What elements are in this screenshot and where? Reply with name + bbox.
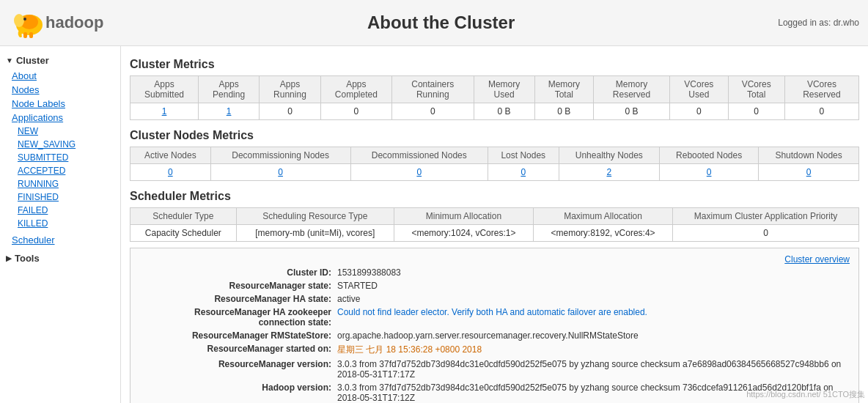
cluster-nodes-data-row: 0 0 0 0 2 0 0 [130,164,859,181]
info-row-hadoop-version: Hadoop version: 3.0.3 from 37fd7d752db73… [139,382,850,403]
svg-rect-4 [23,32,27,38]
sidebar-cluster-section: ▼ Cluster About Nodes Node Labels Applic… [0,52,120,230]
val-decommissioned-nodes: 0 [350,164,488,181]
val-apps-running: 0 [260,103,321,120]
col-apps-completed: Apps Completed [320,76,391,103]
sidebar-cluster-label: Cluster [16,55,49,66]
sidebar-subitem-killed[interactable]: KILLED [0,217,120,230]
val-decommissioning-nodes: 0 [210,164,350,181]
col-shutdown-nodes: Shutdown Nodes [759,147,859,164]
col-memory-used: Memory Used [474,76,534,103]
val-rm-state: STARTED [337,281,850,291]
logo-area: hadoop [9,4,104,41]
top-bar: hadoop About the Cluster Logged in as: d… [0,0,868,46]
cluster-overview-link-container: Cluster overview [139,254,850,265]
sidebar-item-applications[interactable]: Applications [0,111,120,125]
val-vcores-used: 0 [670,103,729,120]
val-active-nodes: 0 [130,164,211,181]
val-shutdown-nodes: 0 [759,164,859,181]
scheduler-header-row: Scheduler Type Scheduling Resource Type … [130,208,859,225]
cluster-metrics-title: Cluster Metrics [130,58,859,71]
sidebar-item-node-labels[interactable]: Node Labels [0,97,120,111]
cluster-nodes-header-row: Active Nodes Decommissioning Nodes Decom… [130,147,859,164]
sidebar-tools-section: ▶ Tools [0,250,120,267]
col-memory-total: Memory Total [534,76,593,103]
label-rm-state: ResourceManager state: [139,281,337,291]
sidebar-subitem-running[interactable]: RUNNING [0,177,120,191]
svg-text:hadoop: hadoop [45,13,103,32]
cluster-arrow-icon: ▼ [6,56,13,64]
label-zookeeper: ResourceManager HA zookeeperconnection s… [139,307,337,328]
label-started-on: ResourceManager started on: [139,344,337,354]
label-rmstatestore: ResourceManager RMStateStore: [139,330,337,341]
cluster-nodes-title: Cluster Nodes Metrics [130,129,859,142]
watermark: https://blog.csdn.net/ 51CTO搜集 [746,389,865,400]
sidebar-subitem-accepted[interactable]: ACCEPTED [0,164,120,177]
sidebar-scheduler-section: Scheduler [0,233,120,247]
info-row-rm-state: ResourceManager state: STARTED [139,281,850,291]
info-panel: Cluster overview Cluster ID: 15318993880… [130,248,859,403]
cluster-metrics-data-row: 1 1 0 0 0 0 B 0 B 0 B 0 0 0 [130,103,859,120]
col-decommissioning-nodes: Decommissioning Nodes [210,147,350,164]
val-memory-used: 0 B [474,103,534,120]
info-row-started-on: ResourceManager started on: 星期三 七月 18 15… [139,344,850,356]
val-rmstatestore: org.apache.hadoop.yarn.server.resourcema… [337,330,850,341]
col-containers-running: Containers Running [391,76,474,103]
val-vcores-total: 0 [728,103,784,120]
info-row-rm-version: ResourceManager version: 3.0.3 from 37fd… [139,359,850,380]
login-info: Logged in as: dr.who [778,18,859,28]
info-row-cluster-id: Cluster ID: 1531899388083 [139,267,850,278]
col-apps-running: Apps Running [260,76,321,103]
sidebar-item-nodes[interactable]: Nodes [0,83,120,97]
label-hadoop-version: Hadoop version: [139,382,337,393]
scheduler-data-row: Capacity Scheduler [memory-mb (unit=Mi),… [130,225,859,242]
val-lost-nodes: 0 [488,164,559,181]
sidebar-subitem-submitted[interactable]: SUBMITTED [0,151,120,164]
label-cluster-id: Cluster ID: [139,267,337,278]
col-apps-pending: Apps Pending [199,76,260,103]
label-rm-version: ResourceManager version: [139,359,337,369]
cluster-overview-link[interactable]: Cluster overview [784,254,850,265]
val-vcores-reserved: 0 [784,103,858,120]
col-vcores-total: VCores Total [728,76,784,103]
info-row-rmstatestore: ResourceManager RMStateStore: org.apache… [139,330,850,341]
layout: ▼ Cluster About Nodes Node Labels Applic… [0,46,868,403]
sidebar-subitem-failed[interactable]: FAILED [0,204,120,217]
cluster-nodes-table: Active Nodes Decommissioning Nodes Decom… [130,147,859,181]
sidebar-item-scheduler[interactable]: Scheduler [0,233,120,247]
sidebar-item-about[interactable]: About [0,69,120,83]
val-rm-version: 3.0.3 from 37fd7d752db73d984dc31e0cdfd59… [337,359,850,380]
svg-rect-5 [29,32,33,38]
svg-point-2 [14,14,24,27]
sidebar-subitem-finished[interactable]: FINISHED [0,191,120,204]
tools-arrow-icon: ▶ [6,254,12,262]
col-minimum-allocation: Minimum Allocation [394,208,533,225]
val-zookeeper: Could not find leader elector. Verify bo… [337,307,850,317]
val-maximum-allocation: <memory:8192, vCores:4> [533,225,672,242]
val-memory-total: 0 B [534,103,593,120]
scheduler-metrics-title: Scheduler Metrics [130,190,859,203]
col-decommissioned-nodes: Decommissioned Nodes [350,147,488,164]
val-scheduler-type: Capacity Scheduler [130,225,237,242]
val-cluster-id: 1531899388083 [337,267,850,278]
col-unhealthy-nodes: Unhealthy Nodes [559,147,660,164]
col-memory-reserved: Memory Reserved [594,76,670,103]
val-apps-completed: 0 [320,103,391,120]
sidebar-subitem-new[interactable]: NEW [0,125,120,138]
hadoop-logo: hadoop [9,4,104,41]
sidebar-subitem-new-saving[interactable]: NEW_SAVING [0,138,120,151]
val-minimum-allocation: <memory:1024, vCores:1> [394,225,533,242]
sidebar-tools-header[interactable]: ▶ Tools [0,250,120,267]
col-rebooted-nodes: Rebooted Nodes [660,147,759,164]
val-containers-running: 0 [391,103,474,120]
val-rebooted-nodes: 0 [660,164,759,181]
sidebar-cluster-header[interactable]: ▼ Cluster [0,52,120,69]
sidebar-tools-label: Tools [15,253,40,264]
label-ha-state: ResourceManager HA state: [139,294,337,304]
col-vcores-reserved: VCores Reserved [784,76,858,103]
val-scheduling-resource-type: [memory-mb (unit=Mi), vcores] [236,225,394,242]
col-maximum-allocation: Maximum Allocation [533,208,672,225]
cluster-metrics-header-row: Apps Submitted Apps Pending Apps Running… [130,76,859,103]
sidebar: ▼ Cluster About Nodes Node Labels Applic… [0,46,121,403]
col-lost-nodes: Lost Nodes [488,147,559,164]
